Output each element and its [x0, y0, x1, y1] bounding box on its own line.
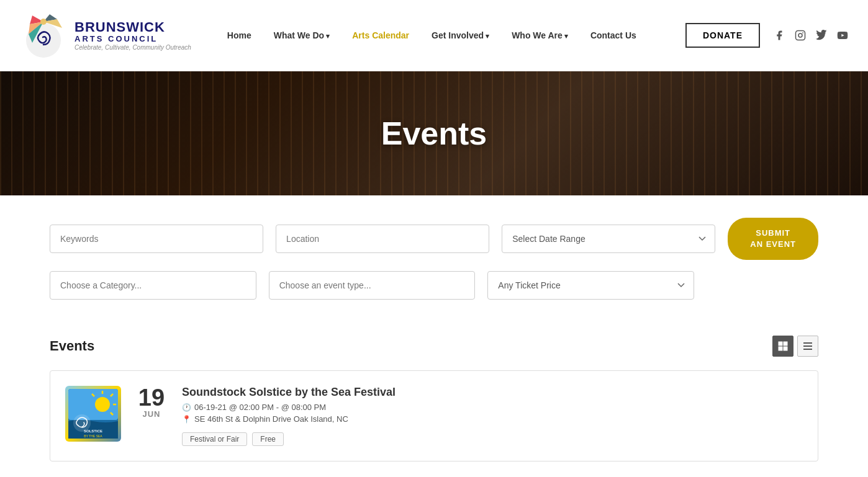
social-icons	[772, 29, 849, 42]
event-date: 19 JUN	[136, 386, 167, 419]
nav-links: Home What We Do Arts Calendar Get Involv…	[216, 25, 673, 45]
svg-rect-5	[779, 342, 782, 345]
events-section: Events	[0, 329, 868, 477]
donate-button[interactable]: DONATE	[685, 23, 760, 48]
instagram-icon[interactable]	[793, 29, 807, 42]
ticket-price-select[interactable]: Any Ticket Price	[487, 271, 694, 300]
clock-icon: 🕐	[182, 403, 191, 412]
event-type-input[interactable]	[269, 271, 476, 300]
logo-title: BRUNSWICK	[75, 20, 191, 35]
youtube-icon[interactable]	[836, 29, 849, 42]
nav-home[interactable]: Home	[216, 25, 263, 45]
submit-line2: AN EVENT	[750, 239, 796, 249]
search-row-1: Select Date Range SUBMIT AN EVENT	[50, 218, 818, 260]
events-header: Events	[50, 336, 818, 357]
nav-what-we-do[interactable]: What We Do	[263, 25, 341, 45]
svg-rect-7	[779, 347, 782, 350]
svg-rect-2	[796, 31, 805, 40]
event-title[interactable]: Soundstock Solstice by the Sea Festival	[182, 386, 803, 399]
facebook-icon[interactable]	[772, 29, 786, 42]
svg-text:BY THE SEA: BY THE SEA	[84, 434, 102, 438]
logo-tagline: Celebrate, Cultivate, Community Outreach	[75, 44, 191, 51]
location-input[interactable]	[276, 225, 489, 253]
event-location: 📍 SE 46th St & Dolphin Drive Oak Island,…	[182, 414, 803, 424]
search-section: Select Date Range SUBMIT AN EVENT Any Ti…	[0, 195, 868, 329]
svg-rect-8	[784, 347, 787, 350]
list-icon	[803, 341, 813, 351]
svg-rect-9	[803, 342, 812, 344]
twitter-icon[interactable]	[815, 29, 828, 42]
nav-get-involved[interactable]: Get Involved	[420, 25, 500, 45]
events-section-title: Events	[50, 338, 94, 354]
grid-view-button[interactable]	[772, 336, 793, 357]
event-tag-price[interactable]: Free	[252, 432, 284, 446]
event-tag-type[interactable]: Festival or Fair	[182, 432, 247, 446]
category-input[interactable]	[50, 271, 256, 300]
svg-rect-6	[784, 342, 787, 345]
event-info: Soundstock Solstice by the Sea Festival …	[182, 386, 803, 446]
view-toggle	[772, 336, 818, 357]
hero-title: Events	[381, 115, 487, 152]
nav-arts-calendar[interactable]: Arts Calendar	[341, 25, 420, 45]
nav-contact-us[interactable]: Contact Us	[579, 25, 648, 45]
event-thumbnail: SOLSTICE BY THE SEA	[65, 386, 121, 442]
event-month: JUN	[136, 409, 167, 419]
svg-point-4	[802, 32, 803, 33]
svg-rect-11	[803, 349, 812, 350]
date-range-select[interactable]: Select Date Range	[502, 225, 715, 253]
navbar: BRUNSWICK ARTS COUNCIL Celebrate, Cultiv…	[0, 0, 868, 71]
event-datetime: 🕐 06-19-21 @ 02:00 PM - @ 08:00 PM	[182, 403, 803, 412]
svg-rect-10	[803, 345, 812, 347]
logo-link[interactable]: BRUNSWICK ARTS COUNCIL Celebrate, Cultiv…	[19, 11, 191, 60]
event-tags: Festival or Fair Free	[182, 432, 803, 446]
list-view-button[interactable]	[797, 336, 818, 357]
svg-point-3	[798, 33, 802, 37]
svg-point-14	[95, 397, 110, 412]
hero-banner: Events	[0, 71, 868, 195]
submit-event-button[interactable]: SUBMIT AN EVENT	[728, 218, 818, 260]
nav-who-we-are[interactable]: Who We Are	[500, 25, 579, 45]
submit-line1: SUBMIT	[756, 228, 790, 238]
event-day: 19	[136, 386, 167, 409]
event-thumb-svg: SOLSTICE BY THE SEA	[68, 389, 118, 439]
svg-rect-13	[68, 389, 118, 420]
grid-icon	[778, 341, 788, 351]
search-row-2: Any Ticket Price	[50, 271, 818, 300]
logo-icon	[19, 11, 68, 60]
keywords-input[interactable]	[50, 225, 263, 253]
event-card: SOLSTICE BY THE SEA 19 JUN Soundstock So…	[50, 370, 818, 461]
logo-subtitle: ARTS COUNCIL	[75, 35, 191, 43]
svg-text:SOLSTICE: SOLSTICE	[84, 429, 102, 433]
svg-point-1	[40, 19, 47, 25]
location-pin-icon: 📍	[182, 415, 191, 424]
